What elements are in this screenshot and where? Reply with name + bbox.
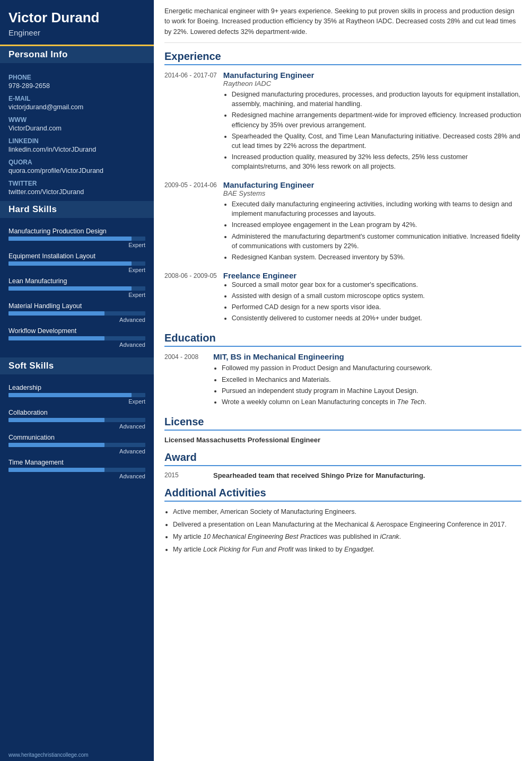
activity-item: My article Lock Picking for Fun and Prof… (173, 545, 521, 555)
education-container: 2004 - 2008 MIT, BS in Mechanical Engine… (164, 352, 521, 408)
skill-bar-fill (8, 311, 104, 316)
skill-bar-bg (8, 311, 145, 316)
soft-skill-item: Time Management Advanced (8, 459, 145, 479)
personal-info-section: Phone978-289-2658E-mailvictorjdurand@gma… (0, 63, 154, 201)
edu-degree: MIT, BS in Mechanical Engineering (213, 352, 521, 361)
edu-bullet: Excelled in Mechanics and Materials. (222, 375, 521, 384)
personal-info-heading: Personal Info (0, 46, 154, 63)
candidate-name: Victor Durand (8, 10, 145, 26)
contact-value: linkedin.com/in/VictorJDurand (8, 146, 145, 153)
skill-bar-fill (8, 336, 104, 340)
skill-name: Leadership (8, 384, 145, 391)
award-section-title: Award (164, 451, 521, 466)
contact-label: Quora (8, 159, 145, 166)
license-text: Licensed Massachusetts Professional Engi… (164, 436, 521, 444)
exp-row: 2008-06 - 2009-05 Freelance Engineer Sou… (164, 271, 521, 325)
hard-skill-item: Lean Manufacturing Expert (8, 277, 145, 298)
contact-value: twitter.com/VictorJDurand (8, 188, 145, 196)
exp-date: 2014-06 - 2017-07 (164, 71, 217, 173)
exp-bullets: Executed daily manufacturing engineering… (223, 199, 521, 262)
exp-body: Freelance Engineer Sourced a small motor… (223, 271, 521, 325)
skill-bar-bg (8, 261, 145, 266)
award-row: 2015 Spearheaded team that received Shin… (164, 471, 521, 479)
skill-name: Time Management (8, 459, 145, 466)
activity-item: Delivered a presentation on Lean Manufac… (173, 520, 521, 530)
exp-bullets: Sourced a small motor gear box for a cus… (223, 280, 521, 323)
skill-bar-bg (8, 468, 145, 472)
contact-item: Quoraquora.com/profile/VictorJDurand (8, 159, 145, 174)
contact-label: Twitter (8, 180, 145, 187)
skill-bar-fill (8, 237, 132, 241)
exp-row: 2014-06 - 2017-07 Manufacturing Engineer… (164, 71, 521, 173)
edu-bullets: Followed my passion in Product Design an… (213, 363, 521, 407)
exp-job-title: Manufacturing Engineer (223, 71, 521, 80)
exp-date: 2009-05 - 2014-06 (164, 180, 217, 264)
soft-skill-item: Communication Advanced (8, 434, 145, 454)
contact-item: WWWVictorDurand.com (8, 116, 145, 132)
bullet: Designed manufacturing procedures, proce… (232, 90, 521, 109)
contact-item: E-mailvictorjdurand@gmail.com (8, 95, 145, 111)
exp-job-title: Manufacturing Engineer (223, 180, 521, 189)
bullet: Administered the manufacturing departmen… (232, 232, 521, 251)
skill-name: Manufacturing Production Design (8, 228, 145, 235)
award-year: 2015 (164, 471, 207, 479)
edu-row: 2004 - 2008 MIT, BS in Mechanical Engine… (164, 352, 521, 408)
contact-item: Phone978-289-2658 (8, 74, 145, 90)
skill-level: Advanced (8, 473, 145, 479)
skill-level: Expert (8, 398, 145, 405)
contact-value: quora.com/profile/VictorJDurand (8, 167, 145, 174)
bullet: Redesigned Kanban system. Decreased inve… (232, 252, 521, 262)
education-item: 2004 - 2008 MIT, BS in Mechanical Engine… (164, 352, 521, 408)
skill-name: Collaboration (8, 409, 145, 416)
skill-level: Advanced (8, 423, 145, 430)
bullet: Increased employee engagement in the Lea… (232, 220, 521, 230)
contact-value: victorjdurand@gmail.com (8, 103, 145, 111)
sidebar-header: Victor Durand Engineer (0, 0, 154, 46)
hard-skill-item: Equipment Installation Layout Expert (8, 252, 145, 273)
candidate-title: Engineer (8, 28, 145, 37)
hard-skills-section: Manufacturing Production Design Expert E… (0, 218, 154, 357)
contact-label: LinkedIn (8, 137, 145, 145)
experience-container: 2014-06 - 2017-07 Manufacturing Engineer… (164, 71, 521, 325)
soft-skills-section: Leadership Expert Collaboration Advanced… (0, 374, 154, 489)
watermark: www.heritagechristiancollege.com (0, 749, 154, 761)
hard-skills-heading: Hard Skills (0, 201, 154, 218)
contact-label: Phone (8, 74, 145, 81)
experience-item: 2008-06 - 2009-05 Freelance Engineer Sou… (164, 271, 521, 325)
skill-bar-fill (8, 393, 132, 397)
contact-label: WWW (8, 116, 145, 124)
soft-skills-heading: Soft Skills (0, 357, 154, 374)
skill-bar-bg (8, 418, 145, 422)
bullet: Executed daily manufacturing engineering… (232, 199, 521, 218)
skill-name: Lean Manufacturing (8, 277, 145, 285)
summary-text: Energetic mechanical engineer with 9+ ye… (164, 6, 521, 43)
exp-date: 2008-06 - 2009-05 (164, 271, 217, 325)
edu-date: 2004 - 2008 (164, 352, 207, 408)
skill-level: Expert (8, 267, 145, 273)
bullet: Spearheaded the Quality, Cost, and Time … (232, 132, 521, 151)
skill-level: Advanced (8, 448, 145, 454)
skill-bar-fill (8, 443, 104, 447)
contact-item: LinkedInlinkedin.com/in/VictorJDurand (8, 137, 145, 153)
exp-company: BAE Systems (223, 189, 521, 197)
contact-value: 978-289-2658 (8, 82, 145, 90)
exp-job-title: Freelance Engineer (223, 271, 521, 280)
skill-level: Expert (8, 242, 145, 248)
skill-name: Workflow Development (8, 327, 145, 335)
activities-section-title: Additional Activities (164, 487, 521, 502)
activity-item: Active member, American Society of Manuf… (173, 507, 521, 517)
skill-name: Material Handling Layout (8, 302, 145, 310)
bullet: Assisted with design of a small custom m… (232, 291, 521, 301)
skill-bar-fill (8, 418, 104, 422)
contact-value: VictorDurand.com (8, 125, 145, 132)
skill-name: Equipment Installation Layout (8, 252, 145, 260)
skill-name: Communication (8, 434, 145, 441)
hard-skill-item: Material Handling Layout Advanced (8, 302, 145, 323)
experience-section-title: Experience (164, 50, 521, 65)
main-content: Energetic mechanical engineer with 9+ ye… (154, 0, 532, 761)
license-section-title: License (164, 416, 521, 431)
contact-label: E-mail (8, 95, 145, 102)
activity-item: My article 10 Mechanical Engineering Bes… (173, 532, 521, 542)
skill-bar-fill (8, 286, 132, 291)
exp-bullets: Designed manufacturing procedures, proce… (223, 90, 521, 171)
